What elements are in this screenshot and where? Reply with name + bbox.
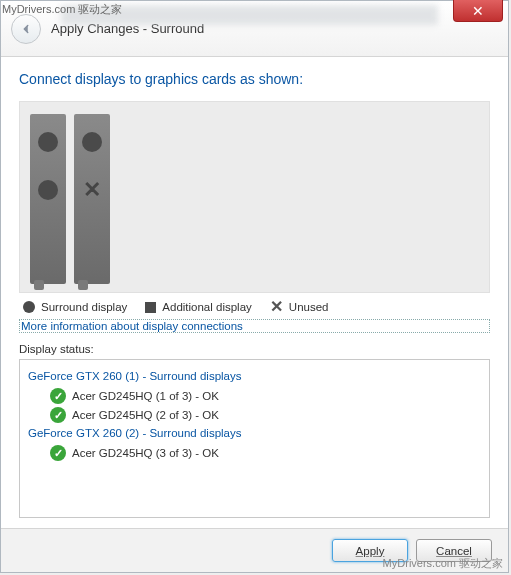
legend-additional: Additional display bbox=[145, 301, 252, 313]
legend: Surround display Additional display ✕ Un… bbox=[19, 293, 490, 317]
legend-label: Additional display bbox=[162, 301, 252, 313]
ok-check-icon: ✓ bbox=[50, 445, 66, 461]
ok-check-icon: ✓ bbox=[50, 388, 66, 404]
instruction-text: Connect displays to graphics cards as sh… bbox=[19, 71, 490, 87]
dialog-window: Apply Changes - Surround Connect display… bbox=[0, 0, 509, 573]
status-label: Display status: bbox=[19, 343, 490, 355]
legend-label: Surround display bbox=[41, 301, 127, 313]
watermark-bottom-right: MyDrivers.com 驱动之家 bbox=[383, 556, 503, 571]
square-icon bbox=[145, 302, 156, 313]
legend-label: Unused bbox=[289, 301, 329, 313]
connection-diagram: ✕ bbox=[19, 101, 490, 293]
surround-port-icon bbox=[82, 132, 102, 152]
display-text: Acer GD245HQ (2 of 3) - OK bbox=[72, 409, 219, 421]
gpu-card-1 bbox=[30, 114, 66, 284]
arrow-left-icon bbox=[19, 22, 33, 36]
x-icon: ✕ bbox=[270, 301, 283, 313]
gpu-title: GeForce GTX 260 (1) - Surround displays bbox=[28, 370, 481, 382]
unused-port-icon: ✕ bbox=[82, 180, 102, 200]
dialog-content: Connect displays to graphics cards as sh… bbox=[1, 57, 508, 528]
status-box: GeForce GTX 260 (1) - Surround displays … bbox=[19, 359, 490, 518]
more-info-link[interactable]: More information about display connectio… bbox=[19, 319, 490, 333]
circle-icon bbox=[23, 301, 35, 313]
legend-unused: ✕ Unused bbox=[270, 301, 329, 313]
close-icon: ✕ bbox=[472, 3, 484, 19]
legend-surround: Surround display bbox=[23, 301, 127, 313]
back-button[interactable] bbox=[11, 14, 41, 44]
window-close-button[interactable]: ✕ bbox=[453, 0, 503, 22]
display-text: Acer GD245HQ (3 of 3) - OK bbox=[72, 447, 219, 459]
display-row: ✓ Acer GD245HQ (3 of 3) - OK bbox=[50, 445, 481, 461]
gpu-card-2: ✕ bbox=[74, 114, 110, 284]
display-text: Acer GD245HQ (1 of 3) - OK bbox=[72, 390, 219, 402]
display-row: ✓ Acer GD245HQ (2 of 3) - OK bbox=[50, 407, 481, 423]
surround-port-icon bbox=[38, 132, 58, 152]
gpu-title: GeForce GTX 260 (2) - Surround displays bbox=[28, 427, 481, 439]
display-row: ✓ Acer GD245HQ (1 of 3) - OK bbox=[50, 388, 481, 404]
surround-port-icon bbox=[38, 180, 58, 200]
ok-check-icon: ✓ bbox=[50, 407, 66, 423]
watermark-top-left: MyDrivers.com 驱动之家 bbox=[2, 2, 122, 17]
